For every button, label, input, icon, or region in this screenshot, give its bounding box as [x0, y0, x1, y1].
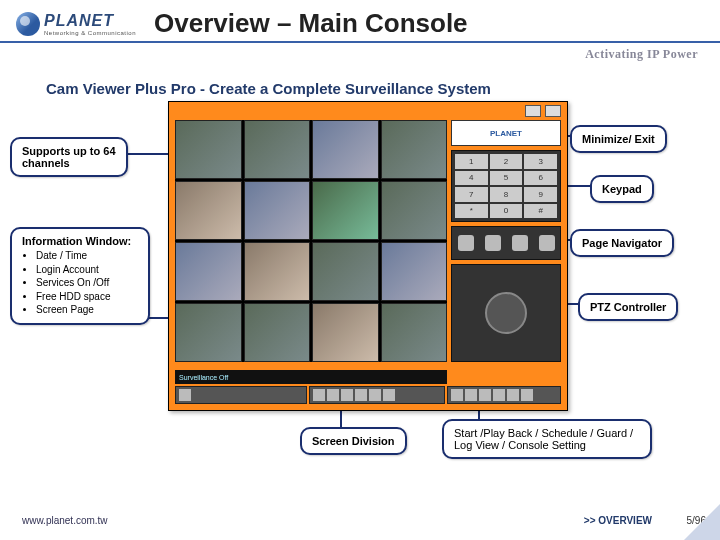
callout-title: Information Window: [22, 235, 131, 247]
camera-tile[interactable] [175, 303, 242, 362]
camera-tile[interactable] [244, 242, 311, 301]
callout-minimize: Minimize/ Exit [570, 125, 667, 153]
list-item: Screen Page [36, 303, 138, 317]
keypad-key[interactable]: 8 [490, 187, 523, 202]
page-corner-fold [684, 504, 720, 540]
keypad-key[interactable]: # [524, 204, 557, 219]
callout-supports: Supports up to 64 channels [10, 137, 128, 177]
info-window-bar: Surveillance Off [175, 370, 447, 384]
camera-tile[interactable] [244, 303, 311, 362]
camera-tile[interactable] [381, 181, 448, 240]
callout-page-navigator: Page Navigator [570, 229, 674, 257]
keypad-key[interactable]: 1 [455, 154, 488, 169]
callout-ptz: PTZ Controller [578, 293, 678, 321]
list-item: Date / Time [36, 249, 138, 263]
info-icon [179, 389, 191, 401]
keypad-key[interactable]: 9 [524, 187, 557, 202]
info-list: Date / Time Login Account Services On /O… [22, 249, 138, 317]
camera-tile[interactable] [244, 181, 311, 240]
globe-icon [16, 12, 40, 36]
keypad-key[interactable]: 3 [524, 154, 557, 169]
info-window-segment [175, 386, 307, 404]
keypad-key[interactable]: 7 [455, 187, 488, 202]
right-panel: PLANET 1 2 3 4 5 6 7 8 9 * 0 # [451, 120, 561, 362]
camera-tile[interactable] [381, 242, 448, 301]
callout-keypad: Keypad [590, 175, 654, 203]
callout-text: Page Navigator [582, 237, 662, 249]
page-title: Overview – Main Console [154, 8, 468, 39]
callout-text: Minimize/ Exit [582, 133, 655, 145]
page-navigator [451, 226, 561, 260]
footer-breadcrumb: >> OVERVIEW [584, 515, 652, 526]
keypad-key[interactable]: 5 [490, 171, 523, 186]
camera-tile[interactable] [381, 303, 448, 362]
keypad-key[interactable]: 6 [524, 171, 557, 186]
callout-text: Screen Division [312, 435, 395, 447]
callout-text: Supports up to 64 channels [22, 145, 116, 169]
camera-tile[interactable] [312, 242, 379, 301]
main-console-screenshot: PLANET 1 2 3 4 5 6 7 8 9 * 0 # [168, 101, 568, 411]
guard-button[interactable] [493, 389, 505, 401]
keypad-key[interactable]: * [455, 204, 488, 219]
camera-tile[interactable] [175, 120, 242, 179]
console-brand: PLANET [451, 120, 561, 146]
camera-tile[interactable] [312, 120, 379, 179]
tagline: Activating IP Power [0, 43, 720, 62]
camera-tile[interactable] [175, 181, 242, 240]
ptz-controller[interactable] [451, 264, 561, 362]
camera-tile[interactable] [244, 120, 311, 179]
playback-button[interactable] [465, 389, 477, 401]
minimize-button[interactable] [525, 105, 541, 117]
nav-snap-icon[interactable] [539, 235, 555, 251]
layout-icon[interactable] [313, 389, 325, 401]
callout-text: PTZ Controller [590, 301, 666, 313]
camera-tile[interactable] [381, 120, 448, 179]
diagram-stage: PLANET 1 2 3 4 5 6 7 8 9 * 0 # [0, 107, 720, 507]
slide-header: PLANET Networking & Communication Overvi… [0, 0, 720, 43]
titlebar [169, 102, 567, 120]
screen-division-segment [309, 386, 445, 404]
footer-url: www.planet.com.tw [22, 515, 108, 526]
info-bar-text: Surveillance Off [179, 374, 228, 381]
keypad-key[interactable]: 4 [455, 171, 488, 186]
callout-text: Keypad [602, 183, 642, 195]
bottom-toolbar [175, 386, 561, 404]
keypad-key[interactable]: 0 [490, 204, 523, 219]
keypad: 1 2 3 4 5 6 7 8 9 * 0 # [451, 150, 561, 222]
layout-icon[interactable] [355, 389, 367, 401]
camera-tile[interactable] [175, 242, 242, 301]
exit-button[interactable] [545, 105, 561, 117]
list-item: Login Account [36, 263, 138, 277]
camera-grid [175, 120, 447, 362]
logo-text: PLANET [44, 12, 136, 30]
layout-icon[interactable] [341, 389, 353, 401]
callout-screen-division: Screen Division [300, 427, 407, 455]
list-item: Free HDD space [36, 290, 138, 304]
start-button[interactable] [451, 389, 463, 401]
logo-subtext: Networking & Communication [44, 30, 136, 36]
camera-tile[interactable] [312, 181, 379, 240]
brand-logo: PLANET Networking & Communication [16, 12, 136, 36]
callout-info-window: Information Window: Date / Time Login Ac… [10, 227, 150, 325]
layout-icon[interactable] [327, 389, 339, 401]
layout-icon[interactable] [369, 389, 381, 401]
schedule-button[interactable] [479, 389, 491, 401]
main-controls-segment [447, 386, 561, 404]
layout-icon[interactable] [383, 389, 395, 401]
nav-zoom-icon[interactable] [512, 235, 528, 251]
nav-prev-icon[interactable] [458, 235, 474, 251]
list-item: Services On /Off [36, 276, 138, 290]
settings-button[interactable] [521, 389, 533, 401]
callout-start-controls: Start /Play Back / Schedule / Guard / Lo… [442, 419, 652, 459]
logview-button[interactable] [507, 389, 519, 401]
nav-next-icon[interactable] [485, 235, 501, 251]
keypad-key[interactable]: 2 [490, 154, 523, 169]
camera-tile[interactable] [312, 303, 379, 362]
callout-text: Start /Play Back / Schedule / Guard / Lo… [454, 427, 633, 451]
